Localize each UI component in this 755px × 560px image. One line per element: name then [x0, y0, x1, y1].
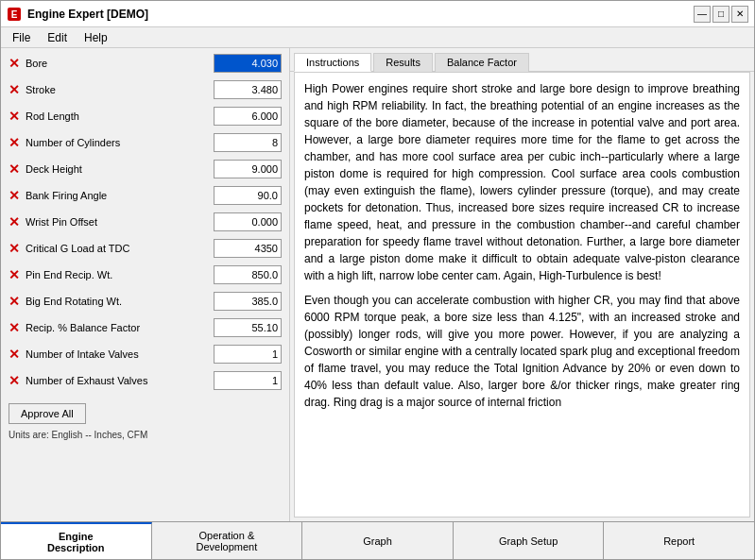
field-input[interactable] [214, 371, 282, 390]
field-input[interactable] [214, 107, 282, 126]
field-row: ✕Rod Length [9, 105, 282, 127]
field-input[interactable] [214, 345, 282, 364]
right-panel: Instructions Results Balance Factor High… [289, 48, 754, 521]
content-area: High Power engines require short stroke … [294, 72, 750, 518]
tabs-row: Instructions Results Balance Factor [290, 48, 754, 72]
bottom-tab-2[interactable]: Graph [302, 522, 454, 559]
main-content: ✕Bore✕Stroke✕Rod Length✕Number of Cylind… [1, 48, 754, 521]
field-row: ✕Stroke [9, 78, 282, 101]
field-remove-icon[interactable]: ✕ [9, 188, 20, 203]
bottom-tab-4[interactable]: Report [604, 522, 754, 559]
field-label: Number of Intake Valves [26, 348, 214, 360]
menu-bar: File Edit Help [1, 27, 754, 48]
minimize-button[interactable]: — [694, 6, 711, 23]
field-input[interactable] [214, 212, 282, 231]
svg-text:E: E [11, 9, 18, 20]
field-label: Recip. % Balance Factor [26, 322, 214, 333]
title-bar: E Engine Expert [DEMO] — □ ✕ [1, 1, 754, 27]
window-title: Engine Expert [DEMO] [27, 8, 148, 21]
field-remove-icon[interactable]: ✕ [9, 373, 20, 388]
field-input[interactable] [214, 186, 282, 205]
field-remove-icon[interactable]: ✕ [9, 56, 20, 71]
field-input[interactable] [214, 54, 282, 73]
menu-file[interactable]: File [5, 29, 38, 46]
main-window: E Engine Expert [DEMO] — □ ✕ File Edit H… [0, 0, 755, 560]
field-label: Bank Firing Angle [26, 190, 214, 201]
field-input[interactable] [214, 80, 282, 99]
field-row: ✕Number of Cylinders [9, 131, 282, 154]
field-input[interactable] [214, 160, 282, 178]
field-label: Critical G Load at TDC [26, 243, 214, 254]
title-bar-left: E Engine Expert [DEMO] [7, 7, 148, 22]
field-remove-icon[interactable]: ✕ [9, 161, 20, 177]
field-row: ✕Big End Rotating Wt. [9, 290, 282, 313]
field-remove-icon[interactable]: ✕ [9, 267, 20, 282]
field-label: Bore [26, 58, 214, 69]
field-remove-icon[interactable]: ✕ [9, 82, 20, 97]
field-label: Number of Exhaust Valves [26, 375, 214, 386]
field-row: ✕Bank Firing Angle [9, 184, 282, 207]
content-paragraph: Even though you can accelerate combustio… [304, 292, 740, 411]
menu-help[interactable]: Help [77, 29, 115, 46]
field-row: ✕Bore [9, 52, 282, 75]
field-input[interactable] [214, 318, 282, 337]
bottom-tab-1[interactable]: Operation &Development [152, 522, 303, 559]
field-label: Big End Rotating Wt. [26, 296, 214, 307]
tab-instructions[interactable]: Instructions [294, 53, 371, 72]
field-row: ✕Deck Height [9, 158, 282, 180]
field-row: ✕Pin End Recip. Wt. [9, 263, 282, 286]
field-remove-icon[interactable]: ✕ [9, 241, 20, 256]
field-remove-icon[interactable]: ✕ [9, 294, 20, 309]
field-row: ✕Critical G Load at TDC [9, 237, 282, 260]
field-remove-icon[interactable]: ✕ [9, 109, 20, 124]
field-remove-icon[interactable]: ✕ [9, 320, 20, 335]
maximize-button[interactable]: □ [712, 6, 729, 23]
units-text: Units are: English -- Inches, CFM [9, 430, 282, 440]
field-label: Deck Height [26, 163, 214, 175]
field-row: ✕Number of Exhaust Valves [9, 369, 282, 392]
app-icon: E [7, 7, 22, 22]
field-row: ✕Number of Intake Valves [9, 343, 282, 365]
left-panel: ✕Bore✕Stroke✕Rod Length✕Number of Cylind… [1, 48, 289, 521]
field-input[interactable] [214, 292, 282, 311]
field-label: Wrist Pin Offset [26, 216, 214, 228]
bottom-tab-0[interactable]: EngineDescription [1, 522, 152, 559]
field-remove-icon[interactable]: ✕ [9, 135, 20, 150]
field-row: ✕Recip. % Balance Factor [9, 316, 282, 339]
field-input[interactable] [214, 133, 282, 152]
field-remove-icon[interactable]: ✕ [9, 214, 20, 229]
field-input[interactable] [214, 239, 282, 258]
field-label: Rod Length [26, 110, 214, 122]
field-label: Number of Cylinders [26, 137, 214, 148]
content-paragraph: High Power engines require short stroke … [304, 80, 740, 284]
bottom-tab-3[interactable]: Graph Setup [454, 522, 605, 559]
close-button[interactable]: ✕ [731, 6, 748, 23]
bottom-tabs: EngineDescriptionOperation &DevelopmentG… [1, 521, 754, 559]
field-label: Pin End Recip. Wt. [26, 269, 214, 280]
window-controls: — □ ✕ [694, 6, 748, 23]
field-remove-icon[interactable]: ✕ [9, 347, 20, 362]
tab-balance-factor[interactable]: Balance Factor [435, 53, 529, 72]
tab-results[interactable]: Results [373, 53, 433, 72]
field-input[interactable] [214, 265, 282, 284]
menu-edit[interactable]: Edit [40, 29, 75, 46]
field-row: ✕Wrist Pin Offset [9, 211, 282, 233]
approve-all-button[interactable]: Approve All [9, 403, 86, 424]
field-label: Stroke [26, 84, 214, 95]
